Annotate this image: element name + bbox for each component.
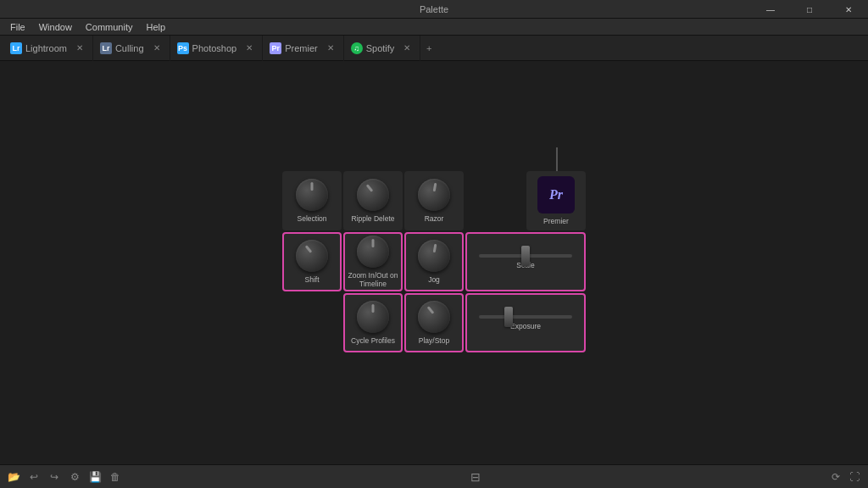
title-bar: Palette — □ ✕ bbox=[0, 0, 868, 19]
main-canvas: Selection Ripple Delete Razor Pr Premier bbox=[0, 61, 868, 464]
window-controls: — □ ✕ bbox=[751, 0, 868, 19]
status-bar: 📂 ↩ ↪ ⚙ 💾 🗑 ⊟ ⟳ ⛶ bbox=[0, 464, 868, 488]
slider-handle-scale[interactable] bbox=[521, 246, 530, 266]
tab-premier-close[interactable]: ✕ bbox=[325, 42, 337, 54]
save-icon[interactable]: 💾 bbox=[88, 470, 102, 484]
status-right: ⟳ ⛶ bbox=[829, 470, 861, 484]
knob-razor bbox=[418, 179, 450, 211]
tab-lightroom-close[interactable]: ✕ bbox=[74, 42, 86, 54]
status-center[interactable]: ⊟ bbox=[470, 470, 481, 484]
cell-shift[interactable]: Shift bbox=[282, 232, 342, 291]
premier-icon: Pr bbox=[270, 42, 281, 54]
menu-help[interactable]: Help bbox=[139, 20, 172, 34]
tab-bar: Lr Lightroom ✕ Lr Culling ✕ Ps Photoshop… bbox=[0, 36, 868, 61]
label-razor: Razor bbox=[423, 214, 446, 223]
knob-selection bbox=[296, 179, 328, 211]
cell-zoom-timeline[interactable]: Zoom In/Out on Timeline bbox=[343, 232, 403, 291]
knob-shift bbox=[296, 240, 328, 272]
trash-icon[interactable]: 🗑 bbox=[108, 470, 122, 484]
tab-lightroom-label: Lightroom bbox=[25, 43, 67, 53]
palette-row-2: Shift Zoom In/Out on Timeline Jog Scale bbox=[282, 232, 586, 291]
label-play-stop: Play/Stop bbox=[417, 336, 451, 345]
menu-community[interactable]: Community bbox=[79, 20, 140, 34]
slider-handle-exposure[interactable] bbox=[504, 307, 513, 327]
cell-play-stop[interactable]: Play/Stop bbox=[404, 293, 464, 352]
lightroom-icon: Lr bbox=[10, 42, 22, 54]
tab-premier-label: Premier bbox=[285, 43, 318, 53]
palette-grid: Selection Ripple Delete Razor Pr Premier bbox=[282, 171, 586, 354]
refresh-icon[interactable]: ⟳ bbox=[829, 470, 843, 484]
slider-track-scale bbox=[479, 254, 572, 258]
tab-culling[interactable]: Lr Culling ✕ bbox=[93, 36, 170, 61]
maximize-button[interactable]: □ bbox=[790, 0, 829, 19]
cell-selection[interactable]: Selection bbox=[282, 171, 342, 230]
spotify-icon: ♫ bbox=[351, 42, 363, 54]
menu-file[interactable]: File bbox=[3, 20, 32, 34]
undo-icon[interactable]: ↩ bbox=[27, 470, 41, 484]
photoshop-icon: Ps bbox=[177, 42, 189, 54]
cell-ripple-delete[interactable]: Ripple Delete bbox=[343, 171, 403, 230]
tab-premier[interactable]: Pr Premier ✕ bbox=[263, 36, 344, 61]
cell-cycle-profiles[interactable]: Cycle Profiles bbox=[343, 293, 403, 352]
menu-window[interactable]: Window bbox=[32, 20, 79, 34]
cell-premier[interactable]: Pr Premier bbox=[526, 171, 586, 230]
cell-empty-2 bbox=[282, 293, 342, 352]
label-cycle-profiles: Cycle Profiles bbox=[349, 336, 397, 345]
redo-icon[interactable]: ↪ bbox=[47, 470, 61, 484]
add-tab-button[interactable]: + bbox=[420, 40, 437, 57]
knob-jog bbox=[418, 240, 450, 272]
tab-photoshop-label: Photoshop bbox=[192, 43, 237, 53]
tab-lightroom[interactable]: Lr Lightroom ✕ bbox=[3, 36, 93, 61]
fullscreen-icon[interactable]: ⛶ bbox=[848, 470, 861, 484]
label-premier: Premier bbox=[542, 217, 570, 225]
tab-photoshop[interactable]: Ps Photoshop ✕ bbox=[170, 36, 264, 61]
label-jog: Jog bbox=[426, 275, 442, 284]
connector-line bbox=[556, 147, 558, 171]
label-zoom-timeline: Zoom In/Out on Timeline bbox=[345, 271, 401, 288]
culling-icon: Lr bbox=[100, 42, 112, 54]
cell-jog[interactable]: Jog bbox=[404, 232, 464, 291]
knob-cycle-profiles bbox=[357, 301, 389, 333]
label-shift: Shift bbox=[303, 275, 320, 284]
premier-pro-logo: Pr bbox=[537, 176, 575, 214]
settings-icon[interactable]: ⚙ bbox=[68, 470, 81, 484]
cell-empty-1 bbox=[465, 171, 525, 230]
cell-razor[interactable]: Razor bbox=[404, 171, 464, 230]
label-ripple-delete: Ripple Delete bbox=[349, 214, 396, 223]
knob-play-stop bbox=[418, 301, 450, 333]
tab-spotify[interactable]: ♫ Spotify ✕ bbox=[344, 36, 421, 61]
app-title: Palette bbox=[420, 4, 448, 14]
tab-photoshop-close[interactable]: ✕ bbox=[243, 42, 255, 54]
tab-spotify-label: Spotify bbox=[366, 43, 395, 53]
status-left: 📂 ↩ ↪ ⚙ 💾 🗑 bbox=[7, 470, 122, 484]
knob-zoom-timeline bbox=[357, 236, 389, 268]
tab-culling-close[interactable]: ✕ bbox=[151, 42, 163, 54]
slider-track-exposure bbox=[479, 315, 572, 319]
tab-spotify-close[interactable]: ✕ bbox=[401, 42, 413, 54]
palette-row-3: Cycle Profiles Play/Stop Exposure bbox=[282, 293, 586, 352]
knob-ripple-delete bbox=[357, 179, 389, 211]
close-button[interactable]: ✕ bbox=[829, 0, 868, 19]
cell-scale[interactable]: Scale bbox=[465, 232, 586, 291]
palette-row-1: Selection Ripple Delete Razor Pr Premier bbox=[282, 171, 586, 230]
minimize-button[interactable]: — bbox=[751, 0, 790, 19]
menu-bar: File Window Community Help bbox=[0, 19, 868, 36]
label-selection: Selection bbox=[296, 214, 329, 223]
label-exposure: Exposure bbox=[510, 322, 541, 330]
cell-exposure[interactable]: Exposure bbox=[465, 293, 586, 352]
open-folder-icon[interactable]: 📂 bbox=[7, 470, 20, 484]
tab-culling-label: Culling bbox=[115, 43, 144, 53]
